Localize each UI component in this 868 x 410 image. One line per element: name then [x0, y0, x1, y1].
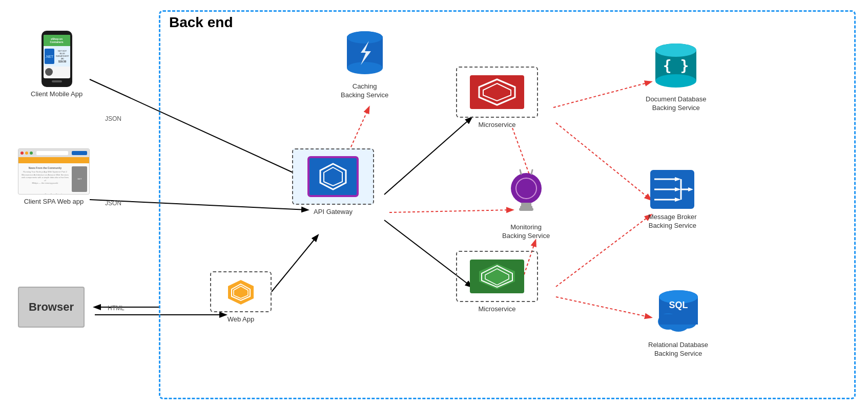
microservice-top-icon [469, 74, 525, 110]
client-spa-label: Client SPA Web app [24, 198, 84, 206]
relational-db-icon: SQL [653, 287, 704, 338]
message-broker-component: Message BrokerBacking Service [648, 169, 697, 230]
web-app-label: Web App [228, 315, 255, 324]
svg-text:SQL: SQL [669, 300, 688, 310]
svg-line-36 [531, 170, 532, 174]
web-app-component: Web App [210, 271, 272, 324]
api-gateway-icon [307, 156, 359, 197]
monitoring-icon [506, 169, 547, 220]
microservice-top-label: Microservice [479, 121, 516, 130]
caching-icon [344, 28, 385, 79]
browser-component: Browser [18, 287, 85, 328]
svg-point-20 [347, 62, 383, 74]
monitoring-label: MonitoringBacking Service [502, 223, 550, 241]
phone-home-btn [52, 80, 62, 82]
caching-component: CachingBacking Service [341, 28, 388, 100]
monitoring-component: MonitoringBacking Service [502, 169, 550, 241]
web-app-icon [225, 279, 256, 305]
svg-rect-60 [659, 314, 698, 325]
svg-rect-39 [519, 208, 533, 211]
message-broker-label: Message BrokerBacking Service [648, 213, 697, 230]
html-label: HTML [108, 305, 125, 312]
document-db-component: { } Document DatabaseBacking Service [646, 41, 707, 113]
svg-rect-26 [470, 75, 524, 109]
client-mobile-component: eShop on Containers .NET NET BOT BLUE SW… [31, 31, 82, 99]
microservice-bottom-component: Microservice [456, 251, 538, 314]
browser-label: Browser [29, 300, 74, 314]
microservice-bottom-label: Microservice [479, 305, 516, 314]
svg-point-21 [347, 31, 383, 44]
svg-point-43 [655, 44, 696, 57]
json-bottom-label: JSON [105, 200, 121, 207]
svg-line-35 [520, 170, 521, 174]
caching-label: CachingBacking Service [341, 82, 388, 100]
relational-db-label: Relational DatabaseBacking Service [648, 341, 708, 358]
svg-point-42 [655, 74, 696, 88]
phone-screen: eShop on Containers .NET NET BOT BLUE SW… [44, 35, 70, 78]
dot-red [20, 152, 24, 155]
diagram-container: Back end eShop on Containers .NET NET BO… [0, 0, 868, 410]
microservice-top-box [456, 67, 538, 118]
web-banner [18, 157, 89, 163]
document-db-icon: { } [653, 41, 699, 92]
phone-icon: eShop on Containers .NET NET BOT BLUE SW… [42, 31, 72, 87]
dot-green [30, 152, 33, 155]
backend-title: Back end [169, 14, 233, 31]
message-broker-icon [649, 169, 695, 210]
document-db-label: Document DatabaseBacking Service [646, 95, 707, 113]
dot-yellow [25, 152, 28, 155]
client-spa-component: News From the Community Running Your Nod… [18, 148, 90, 206]
microservice-bottom-box [456, 251, 538, 302]
api-gateway-box [292, 148, 374, 205]
api-gateway-component: API Gateway [292, 148, 374, 217]
microservice-bottom-icon [469, 258, 525, 294]
browser-box: Browser [18, 287, 85, 328]
relational-db-component: SQL Relational DatabaseBacking Service [648, 287, 708, 358]
microservice-top-component: Microservice [456, 67, 538, 130]
json-top-label: JSON [105, 115, 121, 122]
web-header [18, 149, 89, 157]
web-screenshot: News From the Community Running Your Nod… [18, 148, 90, 195]
api-gateway-label: API Gateway [314, 208, 353, 217]
web-app-box [210, 271, 272, 312]
svg-text:{ }: { } [663, 57, 689, 74]
web-content: News From the Community Running Your Nod… [18, 164, 89, 195]
client-mobile-label: Client Mobile App [31, 90, 82, 99]
